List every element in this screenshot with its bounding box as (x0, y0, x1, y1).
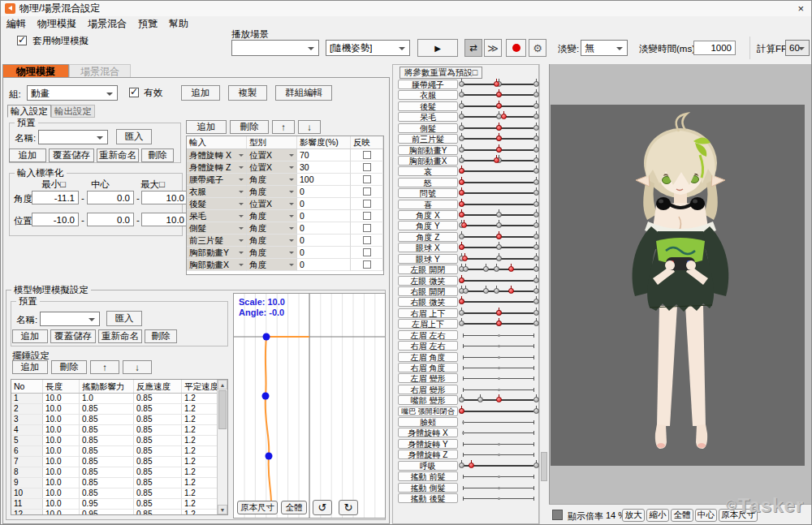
menu-item-3[interactable]: 預覽 (132, 16, 163, 32)
param-label-30[interactable]: 嘴巴 張開和閉合 (398, 407, 458, 416)
table-row[interactable]: 410.00.850.851.2 (11, 425, 228, 436)
model-preset-add-button[interactable]: 追加 (12, 329, 48, 343)
param-slider-21[interactable] (461, 307, 536, 317)
pendulum-add-button[interactable]: 追加 (12, 360, 48, 374)
param-slider-12[interactable] (461, 209, 536, 219)
table-row[interactable]: 胸部動畫Y角度0 (187, 247, 383, 259)
enable-physics-checkbox[interactable]: 套用物理模擬 (17, 35, 89, 47)
group-add-button[interactable]: 追加 (181, 85, 220, 101)
param-label-12[interactable]: 角度 X (398, 210, 458, 220)
param-label-7[interactable]: 胸部動畫X (398, 156, 458, 166)
reflect-checkbox[interactable] (363, 151, 371, 159)
parameter-scrollbar-thumb[interactable] (541, 452, 547, 481)
group-duplicate-button[interactable]: 複製 (228, 85, 267, 101)
param-label-2[interactable]: 後髮 (398, 101, 458, 111)
table-row[interactable]: 610.00.850.851.2 (11, 446, 228, 457)
table-row[interactable]: 310.00.850.851.2 (11, 415, 228, 425)
reflect-checkbox[interactable] (363, 163, 371, 171)
param-slider-26[interactable] (461, 361, 536, 372)
param-slider-23[interactable] (461, 329, 536, 339)
param-slider-4[interactable] (461, 122, 536, 132)
influence-cell[interactable]: 0 (297, 186, 351, 198)
reflect-cell[interactable] (351, 186, 383, 198)
reflect-cell[interactable] (351, 174, 383, 186)
input-table-move-up-button[interactable]: ↑ (272, 120, 295, 134)
param-slider-2[interactable] (461, 100, 536, 110)
param-label-27[interactable]: 左眉 變形 (398, 373, 458, 383)
curve-whole-button[interactable]: 全體 (281, 501, 307, 514)
gear-icon[interactable]: ⚙ (529, 39, 546, 57)
reflect-cell[interactable] (351, 259, 383, 271)
normalization-min-input[interactable]: -11.1 (32, 191, 79, 204)
reflect-checkbox[interactable] (363, 248, 371, 256)
type-cell[interactable]: 位置X (247, 198, 297, 210)
param-label-4[interactable]: 側髮 (398, 123, 458, 133)
normalization-center-input[interactable]: 0.0 (87, 213, 134, 226)
group-edit-button[interactable]: 群組編輯 (275, 85, 332, 101)
parameter-scrollbar[interactable] (539, 64, 548, 524)
play-button[interactable]: ▶ (417, 39, 458, 57)
param-label-25[interactable]: 左眉 角度 (398, 352, 458, 362)
influence-cell[interactable]: 100 (297, 174, 351, 186)
redo-icon[interactable]: ↻ (339, 500, 358, 515)
undo-icon[interactable]: ↺ (313, 500, 332, 515)
curve-point[interactable] (262, 393, 270, 400)
param-label-32[interactable]: 身體旋轉 X (398, 428, 458, 437)
input-cell[interactable]: 身體旋轉 Z (187, 161, 247, 174)
slider-value-handle[interactable] (496, 125, 502, 131)
slider-value-handle[interactable] (459, 168, 464, 174)
fps-select[interactable]: 60 (785, 40, 810, 56)
param-slider-34[interactable] (461, 448, 536, 458)
reflect-checkbox[interactable] (363, 236, 371, 244)
param-slider-1[interactable] (461, 88, 536, 99)
preset-add-button[interactable]: 追加 (9, 148, 46, 162)
table-row[interactable]: 身體旋轉 X位置X70 (187, 149, 383, 161)
slider-value-handle[interactable] (496, 321, 502, 326)
preset-overwrite-button[interactable]: 覆蓋儲存 (49, 148, 94, 162)
slider-value-handle[interactable] (496, 147, 502, 153)
center-button[interactable]: 中心 (695, 509, 717, 522)
param-slider-8[interactable] (461, 165, 536, 175)
normalization-min-input[interactable]: -10.0 (32, 213, 79, 226)
preset-import-button[interactable]: 匯入 (116, 129, 152, 144)
slider-value-handle[interactable] (459, 408, 464, 414)
param-slider-16[interactable] (461, 252, 536, 263)
param-slider-22[interactable] (461, 317, 536, 328)
param-label-18[interactable]: 左眼 微笑 (398, 276, 458, 286)
table-row[interactable]: 後髮位置X0 (187, 198, 383, 210)
param-slider-29[interactable] (461, 394, 536, 404)
reflect-cell[interactable] (351, 198, 383, 210)
param-label-9[interactable]: 怒 (398, 178, 458, 187)
param-label-23[interactable]: 左眉 左右 (398, 330, 458, 340)
param-slider-27[interactable] (461, 372, 536, 382)
reflect-cell[interactable] (351, 149, 383, 161)
param-label-21[interactable]: 右眉 上下 (398, 308, 458, 318)
param-label-34[interactable]: 身體旋轉 Z (398, 450, 458, 459)
preset-rename-button[interactable]: 重新命名 (97, 148, 139, 162)
curve-editor[interactable]: Scale: 10.0 Angle: -0.0 原本尺寸 全體 ↺ ↻ (233, 293, 386, 519)
param-slider-14[interactable] (461, 230, 536, 241)
param-slider-35[interactable] (461, 459, 536, 470)
input-cell[interactable]: 胸部動畫Y (187, 247, 247, 259)
input-cell[interactable]: 前三片髮 (187, 235, 247, 247)
param-label-16[interactable]: 眼球 Y (398, 254, 458, 264)
menu-item-0[interactable]: 編輯 (1, 16, 32, 32)
param-slider-7[interactable] (461, 154, 536, 165)
input-table-move-down-button[interactable]: ↓ (298, 120, 321, 134)
slider-value-handle[interactable] (469, 463, 474, 468)
input-cell[interactable]: 側髮 (187, 222, 247, 235)
slider-value-handle[interactable] (461, 222, 467, 228)
type-cell[interactable]: 角度 (247, 186, 297, 198)
param-slider-9[interactable] (461, 176, 536, 187)
param-slider-0[interactable] (461, 78, 536, 88)
curve-original-size-button[interactable]: 原本尺寸 (237, 501, 278, 514)
param-slider-15[interactable] (461, 241, 536, 252)
slider-value-handle[interactable] (496, 103, 502, 109)
table-row[interactable]: 側髮角度0 (187, 222, 383, 235)
curve-canvas[interactable] (234, 294, 385, 518)
param-slider-32[interactable] (461, 426, 536, 437)
tab-output-settings[interactable]: 輸出設定 (51, 105, 95, 118)
input-table-delete-button[interactable]: 刪除 (230, 120, 269, 134)
param-slider-18[interactable] (461, 274, 536, 285)
influence-cell[interactable]: 0 (297, 198, 351, 210)
